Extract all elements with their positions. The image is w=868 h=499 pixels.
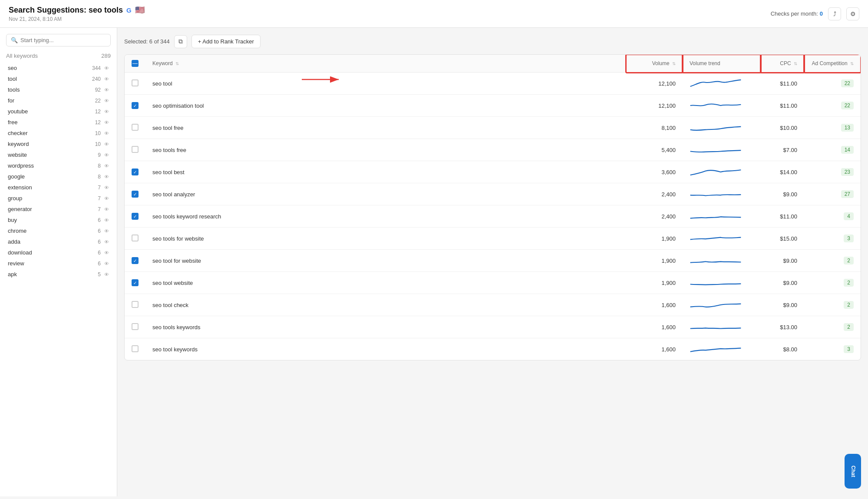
sidebar-item-wordpress[interactable]: wordpress 8 👁 bbox=[6, 160, 111, 171]
sidebar-item-tool[interactable]: tool 240 👁 bbox=[6, 73, 111, 84]
sidebar-item-review[interactable]: review 6 👁 bbox=[6, 258, 111, 269]
sidebar-item-buy[interactable]: buy 6 👁 bbox=[6, 215, 111, 225]
table-row: ✓ seo tools keyword research 2,400 $11.0… bbox=[125, 205, 861, 228]
td-cpc: $13.00 bbox=[761, 316, 804, 338]
sidebar-item-free[interactable]: free 12 👁 bbox=[6, 117, 111, 128]
td-ad-competition: 22 bbox=[804, 73, 861, 95]
row-checkbox[interactable] bbox=[132, 79, 139, 86]
sidebar-item-count: 5 bbox=[98, 271, 101, 278]
add-to-rank-tracker-button[interactable]: + Add to Rank Tracker bbox=[191, 35, 261, 48]
sidebar-item-label: download bbox=[8, 249, 32, 256]
td-keyword: seo tool free bbox=[145, 117, 626, 139]
sidebar-item-youtube[interactable]: youtube 12 👁 bbox=[6, 106, 111, 117]
th-volume[interactable]: Volume ⇅ bbox=[626, 55, 683, 73]
row-checkbox[interactable]: ✓ bbox=[132, 169, 139, 175]
sparkline bbox=[690, 166, 742, 178]
td-volume: 12,100 bbox=[626, 95, 683, 117]
th-cpc[interactable]: CPC ⇅ bbox=[761, 55, 804, 73]
sidebar-item-chrome[interactable]: chrome 6 👁 bbox=[6, 225, 111, 236]
sparkline bbox=[690, 321, 742, 333]
row-checkbox[interactable] bbox=[132, 235, 139, 241]
sparkline bbox=[690, 144, 742, 156]
eye-icon[interactable]: 👁 bbox=[104, 228, 109, 234]
td-cpc: $11.00 bbox=[761, 205, 804, 228]
eye-icon[interactable]: 👁 bbox=[104, 131, 109, 136]
row-checkbox[interactable]: ✓ bbox=[132, 191, 139, 198]
eye-icon[interactable]: 👁 bbox=[104, 239, 109, 245]
sidebar-item-website[interactable]: website 9 👁 bbox=[6, 149, 111, 160]
select-all-checkbox[interactable]: — bbox=[132, 60, 139, 67]
eye-icon[interactable]: 👁 bbox=[104, 142, 109, 147]
sidebar-item-seo[interactable]: seo 344 👁 bbox=[6, 63, 111, 73]
td-volume: 1,600 bbox=[626, 316, 683, 338]
td-ad-competition: 2 bbox=[804, 272, 861, 294]
ad-badge: 3 bbox=[844, 235, 854, 242]
ad-badge: 4 bbox=[844, 212, 854, 220]
search-input[interactable] bbox=[20, 37, 106, 43]
keyword-sort-icon: ⇅ bbox=[175, 61, 179, 66]
sidebar-item-count: 8 bbox=[98, 163, 101, 169]
sidebar-item-label: buy bbox=[8, 217, 17, 223]
search-box[interactable]: 🔍 bbox=[6, 34, 111, 46]
td-cpc: $14.00 bbox=[761, 161, 804, 183]
td-volume: 2,400 bbox=[626, 205, 683, 228]
eye-icon[interactable]: 👁 bbox=[104, 261, 109, 266]
share-button[interactable]: ⤴ bbox=[828, 7, 841, 20]
row-checkbox[interactable] bbox=[132, 124, 139, 131]
sidebar-item-label: website bbox=[8, 152, 27, 158]
ad-badge: 14 bbox=[841, 146, 854, 154]
eye-icon[interactable]: 👁 bbox=[104, 163, 109, 169]
sidebar-item-keyword[interactable]: keyword 10 👁 bbox=[6, 139, 111, 149]
sidebar-item-google[interactable]: google 8 👁 bbox=[6, 171, 111, 182]
eye-icon[interactable]: 👁 bbox=[104, 196, 109, 201]
sidebar-item-download[interactable]: download 6 👁 bbox=[6, 247, 111, 258]
row-checkbox[interactable] bbox=[132, 301, 139, 308]
sidebar-item-extension[interactable]: extension 7 👁 bbox=[6, 182, 111, 193]
eye-icon[interactable]: 👁 bbox=[104, 174, 109, 179]
sidebar-item-adda[interactable]: adda 6 👁 bbox=[6, 236, 111, 247]
eye-icon[interactable]: 👁 bbox=[104, 272, 109, 277]
row-checkbox[interactable] bbox=[132, 345, 139, 352]
eye-icon[interactable]: 👁 bbox=[104, 250, 109, 255]
td-checkbox bbox=[125, 139, 145, 161]
sidebar-item-apk[interactable]: apk 5 👁 bbox=[6, 269, 111, 280]
sidebar-item-count: 240 bbox=[92, 76, 101, 82]
eye-icon[interactable]: 👁 bbox=[104, 98, 109, 103]
th-keyword[interactable]: Keyword ⇅ bbox=[145, 55, 626, 73]
row-checkbox[interactable]: ✓ bbox=[132, 102, 139, 109]
sidebar-item-group[interactable]: group 7 👁 bbox=[6, 193, 111, 204]
sidebar-item-tools[interactable]: tools 92 👁 bbox=[6, 84, 111, 95]
th-ad-competition[interactable]: Ad Competition ⇅ bbox=[804, 55, 861, 73]
td-ad-competition: 14 bbox=[804, 139, 861, 161]
row-checkbox[interactable]: ✓ bbox=[132, 257, 139, 264]
eye-icon[interactable]: 👁 bbox=[104, 109, 109, 114]
subtitle: Nov 21, 2024, 8:10 AM bbox=[9, 16, 145, 22]
eye-icon[interactable]: 👁 bbox=[104, 185, 109, 190]
settings-button[interactable]: ⚙ bbox=[846, 7, 859, 20]
eye-icon[interactable]: 👁 bbox=[104, 152, 109, 158]
sidebar-item-for[interactable]: for 22 👁 bbox=[6, 95, 111, 106]
eye-icon[interactable]: 👁 bbox=[104, 87, 109, 93]
row-checkbox[interactable] bbox=[132, 146, 139, 153]
chat-button[interactable]: Chat bbox=[845, 454, 861, 489]
td-keyword: seo tool bbox=[145, 73, 626, 95]
eye-icon[interactable]: 👁 bbox=[104, 207, 109, 212]
td-keyword: seo tool check bbox=[145, 294, 626, 316]
title-text: Search Suggestions: seo tools bbox=[9, 6, 123, 15]
td-volume: 12,100 bbox=[626, 73, 683, 95]
volume-sort-icon: ⇅ bbox=[672, 61, 676, 66]
eye-icon[interactable]: 👁 bbox=[104, 66, 109, 71]
td-ad-competition: 3 bbox=[804, 338, 861, 360]
th-volume-trend: Volume trend bbox=[683, 55, 761, 73]
row-checkbox[interactable] bbox=[132, 323, 139, 330]
sparkline bbox=[690, 188, 742, 200]
copy-button[interactable]: ⧉ bbox=[174, 35, 187, 48]
eye-icon[interactable]: 👁 bbox=[104, 76, 109, 82]
sidebar-item-generator[interactable]: generator 7 👁 bbox=[6, 204, 111, 215]
sidebar-item-checker[interactable]: checker 10 👁 bbox=[6, 128, 111, 139]
eye-icon[interactable]: 👁 bbox=[104, 218, 109, 223]
row-checkbox[interactable]: ✓ bbox=[132, 213, 139, 220]
row-checkbox[interactable]: ✓ bbox=[132, 279, 139, 286]
td-checkbox bbox=[125, 228, 145, 250]
eye-icon[interactable]: 👁 bbox=[104, 120, 109, 125]
